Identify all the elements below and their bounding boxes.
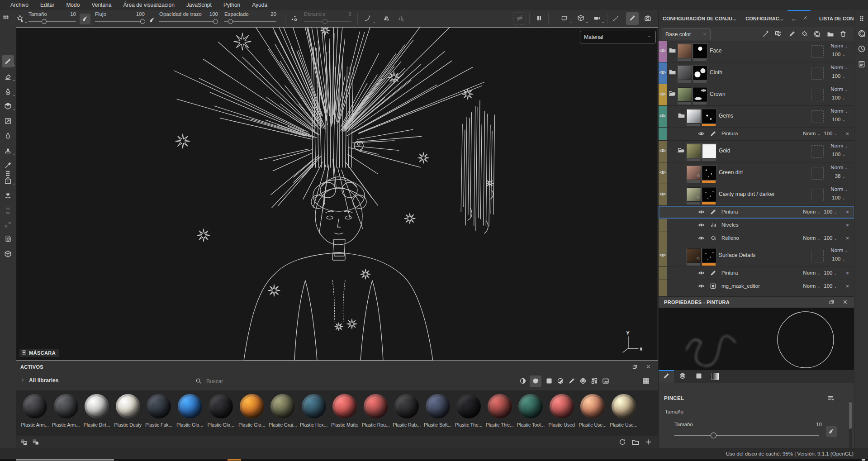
brush-size-pressure-button[interactable] [826, 426, 837, 437]
layer-opacity[interactable]: 38⌄ [835, 173, 845, 179]
layer-opacity[interactable]: 100⌄ [832, 73, 845, 79]
visibility-eye-icon[interactable] [698, 283, 706, 290]
material-chip[interactable]: Plastic The... [453, 392, 484, 436]
material-chip[interactable]: Plastic Used [546, 392, 578, 436]
eraser-tool-icon[interactable] [2, 71, 14, 83]
filter-environments-icon[interactable] [600, 375, 612, 387]
size-pressure-button[interactable] [80, 14, 90, 24]
layer-opacity[interactable]: 100⌄ [832, 52, 845, 57]
blend-mode[interactable]: Norm⌄ [830, 247, 848, 253]
filter-smart-materials-icon[interactable] [530, 375, 541, 387]
layer-name[interactable]: Face [710, 48, 722, 54]
layer-opacity[interactable]: 100⌄ [832, 152, 845, 157]
size-slider[interactable] [28, 21, 76, 22]
hide-ui-button[interactable] [513, 12, 526, 25]
effect-blend[interactable]: Norm⌄ [803, 131, 821, 136]
add-smart-material-icon[interactable] [812, 29, 822, 39]
delete-effect-icon[interactable]: × [846, 209, 849, 215]
asset-list-save-icon[interactable] [20, 438, 28, 447]
clone-tool-icon[interactable] [2, 130, 14, 142]
effect-name[interactable]: Pintura [721, 209, 738, 214]
delete-effect-icon[interactable]: × [846, 283, 849, 290]
layer-name[interactable]: Crown [710, 91, 726, 97]
menu-ayuda[interactable]: Ayuda [246, 0, 273, 10]
delete-effect-icon[interactable]: × [846, 270, 849, 276]
filter-alphas-icon[interactable] [577, 375, 589, 387]
particles-button[interactable] [610, 12, 622, 25]
channel-dropdown[interactable]: Base color [662, 29, 711, 40]
mask-thumbnail[interactable] [702, 248, 716, 263]
tab-texture-set-settings-2[interactable]: CONFIGURAC... [741, 10, 787, 27]
menu-python[interactable]: Python [218, 0, 246, 10]
layer-row[interactable]: Norm⌄100⌄ [659, 293, 854, 296]
layer-thumbnail[interactable] [687, 144, 701, 158]
blend-mode[interactable]: Norm⌄ [830, 143, 848, 148]
material-chip[interactable]: Plastic Dusty [113, 392, 144, 436]
menu-javascript[interactable]: JavaScript [180, 0, 218, 10]
material-chip[interactable]: Plastic Tool... [515, 392, 546, 436]
layer-thumbnail[interactable] [687, 248, 701, 263]
blend-mode[interactable]: Norm⌄ [830, 86, 848, 92]
assets-close-icon[interactable] [645, 364, 651, 371]
layer-thumbnail[interactable] [687, 187, 701, 202]
folder-open-icon[interactable] [669, 90, 676, 99]
layer-row[interactable]: Cavity map dirt / darkerNorm⌄100⌄ [659, 184, 854, 205]
menu-modo[interactable]: Modo [60, 0, 85, 10]
blend-mode[interactable]: Norm⌄ [830, 165, 848, 170]
brush-size-slider[interactable] [674, 435, 819, 436]
view-2d-button[interactable] [558, 12, 571, 25]
flow-slider[interactable] [95, 21, 145, 22]
material-chip[interactable]: Plastic Hex... [299, 392, 330, 436]
tab-brush[interactable] [659, 370, 674, 383]
layer-row[interactable]: Surface DetailsNorm⌄100⌄ [659, 245, 854, 266]
material-chip[interactable]: Plastic Dirt... [81, 392, 113, 436]
dock-shader-settings-icon[interactable] [857, 30, 866, 38]
effect-blend[interactable]: Norm⌄ [803, 283, 821, 289]
shading-mode-dropdown[interactable]: Material [580, 31, 656, 43]
effect-opacity[interactable]: 100⌄ [824, 235, 837, 241]
toolbar-grip[interactable] [3, 14, 10, 22]
material-chip[interactable]: Plastic Matte [329, 392, 360, 436]
layer-name[interactable]: Cavity map dirt / darker [719, 191, 775, 197]
effect-row-niveles[interactable]: Niveles× [659, 219, 854, 232]
visibility-eye-icon[interactable] [659, 112, 667, 120]
effect-name[interactable]: Niveles [721, 222, 739, 228]
layer-row[interactable]: GemsNorm⌄100⌄ [659, 106, 854, 127]
menu-editar[interactable]: Editar [34, 0, 60, 10]
mesh-view-tool-icon[interactable] [2, 248, 14, 260]
filter-filters-icon[interactable] [555, 375, 566, 387]
float-panel-icon[interactable] [829, 299, 835, 306]
dock-grip[interactable] [857, 15, 866, 24]
mask-thumbnail[interactable] [693, 66, 707, 80]
smudge-tool-icon[interactable] [2, 115, 14, 127]
material-chip[interactable]: Plastic Thic... [484, 392, 516, 436]
tab-texture-set-settings[interactable]: CONFIGURACIÓN DE CONJU... [659, 10, 740, 27]
effect-opacity[interactable]: 100⌄ [824, 270, 837, 276]
mask-thumbnail[interactable] [693, 87, 707, 102]
add-fill-layer-icon[interactable] [799, 29, 809, 39]
effect-name[interactable]: mg_mask_editor [721, 283, 760, 289]
layer-opacity[interactable]: 100⌄ [832, 117, 845, 122]
visibility-eye-icon[interactable] [698, 270, 706, 277]
effect-blend[interactable]: Norm⌄ [803, 209, 821, 214]
export-tool-icon[interactable] [2, 174, 14, 186]
effect-name[interactable]: Pintura [721, 270, 738, 276]
layer-thumbnail[interactable] [687, 109, 701, 124]
dock-history-icon[interactable] [857, 45, 866, 54]
folder-icon[interactable] [669, 68, 676, 77]
paint-tool-icon[interactable] [2, 55, 14, 67]
material-chip[interactable]: Plastic Rou... [360, 392, 392, 436]
layer-name[interactable]: Gems [719, 113, 733, 119]
material-chip[interactable]: Plastic Grai... [267, 392, 299, 436]
filter-materials-icon[interactable] [517, 375, 529, 387]
add-folder-icon[interactable] [825, 29, 835, 39]
layer-opacity[interactable]: 100⌄ [832, 195, 845, 200]
falloff-curve-button[interactable] [362, 12, 375, 25]
visibility-eye-icon[interactable] [698, 209, 706, 216]
layer-thumbnail[interactable] [678, 66, 692, 80]
tab-alpha[interactable] [675, 370, 690, 383]
effect-row-pintura[interactable]: PinturaNorm⌄100⌄× [659, 127, 854, 140]
material-chip[interactable]: Plastic Rub... [391, 392, 422, 436]
layer-row[interactable]: ClothNorm⌄100⌄ [659, 62, 854, 84]
blend-mode[interactable]: Norm⌄ [830, 186, 848, 192]
